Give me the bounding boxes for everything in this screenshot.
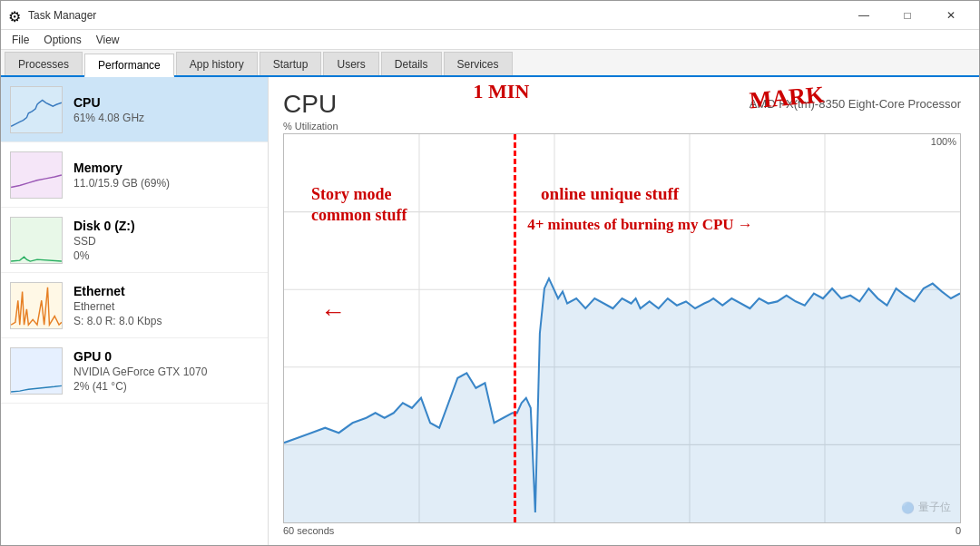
svg-marker-13 — [284, 278, 960, 522]
title-bar: ⚙ Task Manager — □ ✕ — [1, 1, 979, 30]
cpu-name: CPU — [74, 95, 259, 110]
chart-area: 100% — [283, 133, 961, 523]
cpu-info: CPU 61% 4.08 GHz — [74, 95, 259, 124]
minimize-button[interactable]: — — [843, 1, 885, 30]
watermark: 🔵 量子位 — [901, 500, 951, 515]
svg-rect-2 — [11, 218, 62, 263]
main-content: CPU 61% 4.08 GHz Memory 11.0/15.9 GB (69… — [1, 77, 979, 545]
one-min-marker — [514, 134, 516, 522]
right-panel: CPU AMD FX(tm)-8350 Eight-Core Processor… — [269, 77, 979, 545]
ethernet-detail2: S: 8.0 R: 8.0 Kbps — [74, 315, 259, 327]
ethernet-thumbnail — [10, 282, 63, 329]
menu-bar: File Options View — [1, 30, 979, 50]
y-axis-label: % Utilization — [283, 121, 961, 132]
maximize-button[interactable]: □ — [887, 1, 928, 30]
tab-details[interactable]: Details — [381, 52, 442, 75]
tab-users[interactable]: Users — [323, 52, 378, 75]
disk-info: Disk 0 (Z:) SSD 0% — [74, 219, 259, 262]
memory-info: Memory 11.0/15.9 GB (69%) — [74, 161, 259, 190]
ethernet-info: Ethernet Ethernet S: 8.0 R: 8.0 Kbps — [74, 284, 259, 327]
cpu-detail: 61% 4.08 GHz — [74, 112, 259, 124]
svg-rect-1 — [11, 152, 62, 198]
resource-item-memory[interactable]: Memory 11.0/15.9 GB (69%) — [1, 142, 268, 208]
memory-name: Memory — [74, 161, 259, 175]
close-button[interactable]: ✕ — [930, 1, 972, 30]
annotation-arrow-left: ← — [320, 297, 346, 327]
x-axis-labels: 60 seconds 0 — [283, 525, 961, 536]
gpu-detail2: 2% (41 °C) — [74, 380, 259, 393]
left-panel: CPU 61% 4.08 GHz Memory 11.0/15.9 GB (69… — [1, 77, 269, 545]
memory-detail: 11.0/15.9 GB (69%) — [74, 177, 259, 190]
menu-view[interactable]: View — [89, 32, 127, 48]
cpu-thumbnail — [10, 86, 63, 133]
tab-performance[interactable]: Performance — [84, 54, 174, 77]
resource-item-disk[interactable]: Disk 0 (Z:) SSD 0% — [1, 208, 268, 273]
menu-file[interactable]: File — [5, 32, 36, 48]
disk-name: Disk 0 (Z:) — [74, 219, 259, 233]
tab-app-history[interactable]: App history — [176, 52, 258, 75]
y-max-label: 100% — [931, 136, 956, 147]
tab-processes[interactable]: Processes — [5, 52, 83, 75]
tab-startup[interactable]: Startup — [260, 52, 322, 75]
disk-thumbnail — [10, 217, 63, 264]
gpu-name: GPU 0 — [74, 349, 259, 364]
x-label-right: 0 — [956, 525, 961, 536]
annotation-1min: 1 MIN — [474, 80, 530, 103]
gpu-thumbnail — [10, 347, 63, 395]
title-bar-controls: — □ ✕ — [843, 1, 972, 30]
svg-rect-0 — [11, 87, 62, 132]
chart-header: CPU AMD FX(tm)-8350 Eight-Core Processor — [283, 90, 961, 119]
annotation-story-mode: Story modecommon stuff — [311, 184, 407, 227]
disk-detail2: 0% — [74, 249, 259, 262]
resource-item-ethernet[interactable]: Ethernet Ethernet S: 8.0 R: 8.0 Kbps — [1, 273, 268, 338]
tab-bar: Processes Performance App history Startu… — [1, 50, 979, 77]
annotation-burning: 4+ minutes of burning my CPU → — [527, 216, 753, 234]
resource-item-cpu[interactable]: CPU 61% 4.08 GHz — [1, 77, 268, 142]
gpu-detail1: NVIDIA GeForce GTX 1070 — [74, 366, 259, 378]
app-icon: ⚙ — [8, 8, 23, 23]
chart-title: CPU — [283, 90, 337, 119]
disk-detail1: SSD — [74, 235, 259, 248]
x-label-left: 60 seconds — [283, 525, 334, 536]
title-bar-text: Task Manager — [28, 9, 843, 22]
tab-services[interactable]: Services — [444, 52, 513, 75]
annotation-online: online unique stuff — [541, 184, 679, 204]
task-manager-window: ⚙ Task Manager — □ ✕ File Options View P… — [0, 0, 980, 546]
resource-item-gpu[interactable]: GPU 0 NVIDIA GeForce GTX 1070 2% (41 °C) — [1, 338, 268, 404]
ethernet-name: Ethernet — [74, 284, 259, 298]
menu-options[interactable]: Options — [36, 32, 88, 48]
memory-thumbnail — [10, 151, 63, 199]
ethernet-detail1: Ethernet — [74, 300, 259, 313]
gpu-info: GPU 0 NVIDIA GeForce GTX 1070 2% (41 °C) — [74, 349, 259, 393]
